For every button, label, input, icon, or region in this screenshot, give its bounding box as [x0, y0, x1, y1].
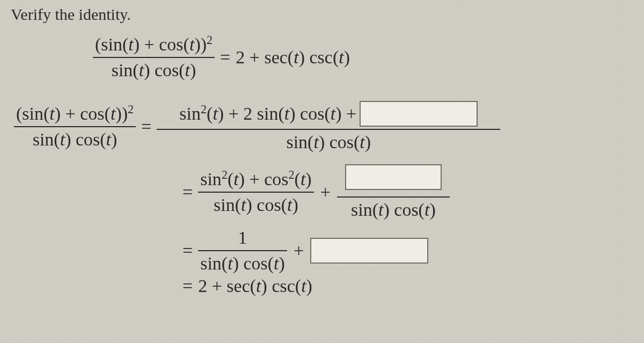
answer-blank-1[interactable]: [360, 101, 478, 127]
step2-frac2-den: sin(t) cos(t): [349, 200, 438, 220]
step3-frac-den: sin(t) cos(t): [198, 253, 287, 274]
page: Verify the identity. (sin(t) + cos(t))2 …: [0, 0, 644, 296]
step-2: = sin2(t) + cos2(t) sin(t) cos(t) + sin(…: [177, 164, 634, 220]
equals-sign: =: [220, 47, 230, 68]
identity-lhs-fraction: (sin(t) + cos(t))2 sin(t) cos(t): [93, 34, 215, 81]
step1-rhs-fraction: sin2(t) + 2 sin(t) cos(t) + sin(t) cos(t…: [157, 101, 500, 152]
identity-equation: (sin(t) + cos(t))2 sin(t) cos(t) = 2 + s…: [93, 34, 634, 81]
plus-sign: +: [320, 182, 331, 202]
equals-sign: =: [182, 276, 193, 296]
step4-rhs: 2 + sec(t) csc(t): [198, 276, 312, 296]
step2-frac2-num: [343, 164, 444, 194]
identity-lhs-numerator: (sin(t) + cos(t))2: [93, 34, 215, 55]
step1-rhs-num-prefix: sin2(t) + 2 sin(t) cos(t) +: [179, 104, 356, 124]
step1-rhs-denominator: sin(t) cos(t): [284, 132, 373, 152]
step1-lhs-numerator: (sin(t) + cos(t))2: [14, 104, 136, 124]
step-1: (sin(t) + cos(t))2 sin(t) cos(t) = sin2(…: [14, 101, 634, 152]
plus-sign: +: [294, 240, 304, 261]
step2-first-fraction: sin2(t) + cos2(t) sin(t) cos(t): [198, 169, 314, 215]
step-4: = 2 + sec(t) csc(t): [177, 276, 634, 296]
step1-lhs-fraction: (sin(t) + cos(t))2 sin(t) cos(t): [14, 104, 136, 150]
step2-frac1-num: sin2(t) + cos2(t): [198, 169, 314, 189]
step2-frac1-den: sin(t) cos(t): [211, 195, 301, 215]
step1-rhs-numerator: sin2(t) + 2 sin(t) cos(t) +: [177, 101, 480, 127]
equals-sign: =: [141, 116, 151, 137]
equals-sign: =: [182, 240, 193, 261]
step-3: = 1 sin(t) cos(t) +: [177, 228, 634, 274]
step1-lhs-denominator: sin(t) cos(t): [31, 129, 120, 150]
answer-blank-3[interactable]: [310, 238, 428, 264]
identity-rhs: 2 + sec(t) csc(t): [236, 47, 350, 68]
equals-sign: =: [182, 182, 193, 202]
instruction-heading: Verify the identity.: [11, 5, 634, 24]
step3-fraction: 1 sin(t) cos(t): [198, 228, 287, 274]
answer-blank-2[interactable]: [345, 164, 442, 190]
step2-second-fraction: sin(t) cos(t): [337, 164, 450, 220]
step3-frac-num: 1: [236, 228, 250, 248]
identity-lhs-denominator: sin(t) cos(t): [109, 60, 199, 81]
